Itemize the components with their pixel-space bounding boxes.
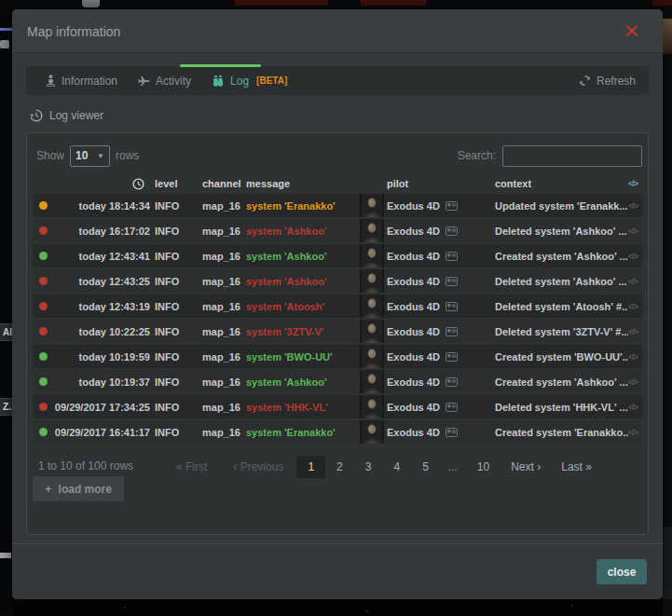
tab-information[interactable]: Information: [35, 66, 128, 95]
page-number[interactable]: 2: [325, 456, 354, 478]
page-previous[interactable]: ‹ Previous: [220, 456, 296, 478]
log-message: system 'Atoosh': [246, 301, 360, 312]
log-level: INFO: [150, 226, 202, 237]
page-number[interactable]: 10: [466, 456, 501, 478]
channel-column-header[interactable]: channel: [202, 178, 246, 189]
pilot-name: Exodus 4D: [387, 276, 440, 287]
table-row[interactable]: today 18:14:34 INFO map_16 system 'Erana…: [33, 194, 642, 217]
id-card-icon: [446, 201, 458, 211]
refresh-label: Refresh: [597, 75, 636, 88]
log-context: Deleted system '3ZTV-V' #...: [493, 326, 628, 337]
status-dot-icon: [39, 327, 48, 335]
table-row[interactable]: today 10:19:59 INFO map_16 system 'BWO-U…: [33, 345, 642, 368]
plane-icon: [138, 75, 150, 87]
page-size-value: 10: [75, 149, 88, 162]
status-dot-icon: [39, 277, 48, 285]
id-card-icon: [446, 226, 458, 236]
close-button[interactable]: close: [597, 559, 647, 584]
page-first[interactable]: « First: [163, 456, 220, 478]
refresh-button[interactable]: Refresh: [579, 75, 639, 88]
page-number[interactable]: 1: [296, 456, 325, 478]
page-last[interactable]: Last »: [551, 456, 602, 478]
code-icon[interactable]: </>: [628, 377, 641, 387]
code-icon[interactable]: </>: [628, 352, 641, 362]
log-context: Deleted system 'Ashkoo' ...: [493, 276, 628, 287]
code-icon[interactable]: </>: [628, 226, 641, 236]
search-input[interactable]: [502, 145, 642, 167]
time-column-header[interactable]: [53, 178, 150, 190]
log-context: Created system 'Ashkoo' ...: [493, 251, 628, 262]
pilot-name: Exodus 4D: [387, 251, 440, 262]
log-level: INFO: [150, 351, 202, 363]
tab-label: Information: [62, 75, 117, 88]
log-level: INFO: [150, 326, 202, 337]
clock-icon: [132, 178, 144, 190]
table-row[interactable]: today 12:43:25 INFO map_16 system 'Ashko…: [33, 269, 642, 293]
table-row[interactable]: today 12:43:19 INFO map_16 system 'Atoos…: [33, 294, 642, 318]
pilot-avatar: [360, 420, 384, 444]
code-column-icon: </>: [628, 179, 641, 188]
log-message: system 'Ashkoo': [246, 276, 360, 287]
active-tab-indicator: [180, 64, 261, 67]
table-row[interactable]: today 16:17:02 INFO map_16 system 'Ashko…: [33, 219, 642, 242]
pilot-column-header[interactable]: pilot: [384, 178, 493, 189]
code-icon[interactable]: </>: [628, 201, 641, 211]
plus-icon: +: [45, 482, 52, 496]
context-column-header[interactable]: context: [493, 178, 628, 189]
table-row[interactable]: today 12:43:41 INFO map_16 system 'Ashko…: [33, 244, 642, 267]
page-next[interactable]: Next ›: [501, 456, 551, 478]
history-icon: [30, 109, 43, 122]
pilot-avatar: [360, 269, 384, 293]
background-planet-image: [663, 19, 672, 54]
code-icon[interactable]: </>: [628, 403, 641, 412]
level-column-header[interactable]: level: [150, 178, 202, 189]
screen: Ali Z.. Map information: [0, 0, 672, 616]
log-time: today 16:17:02: [53, 226, 150, 237]
code-icon[interactable]: </>: [628, 428, 641, 437]
table-row[interactable]: 09/29/2017 16:41:17 INFO map_16 system '…: [33, 420, 642, 444]
code-icon[interactable]: </>: [628, 277, 641, 286]
table-row[interactable]: today 10:19:37 INFO map_16 system 'Ashko…: [33, 370, 642, 393]
page-number[interactable]: 5: [411, 456, 440, 478]
background-top-strip: [0, 0, 672, 8]
id-card-icon: [446, 277, 458, 286]
tab-log[interactable]: Log [BETA]: [201, 66, 297, 95]
page-number[interactable]: 3: [354, 456, 383, 478]
beta-badge: [BETA]: [256, 75, 287, 86]
log-level: INFO: [150, 301, 202, 312]
code-icon[interactable]: </>: [628, 302, 641, 311]
pilot-name: Exodus 4D: [387, 351, 440, 363]
log-context: Created system 'Ashkoo' ...: [493, 376, 628, 388]
tab-label: Log: [230, 75, 249, 88]
log-context: Deleted system 'Atoosh' #...: [493, 301, 628, 312]
page-size-select[interactable]: 10 ▼: [70, 145, 110, 167]
log-message: system 'Ashkoo': [246, 376, 360, 388]
binoculars-icon: [212, 75, 225, 87]
pilot-avatar: [360, 219, 384, 242]
tab-activity[interactable]: Activity: [128, 66, 201, 95]
page-number[interactable]: 4: [382, 456, 411, 478]
pilot-avatar: [360, 244, 384, 267]
table-body: today 18:14:34 INFO map_16 system 'Erana…: [33, 194, 642, 444]
table-row[interactable]: today 10:22:25 INFO map_16 system '3ZTV-…: [33, 320, 642, 343]
log-message: system 'Ashkoo': [246, 226, 360, 237]
status-dot-icon: [39, 428, 48, 436]
background-right-edge: [663, 8, 672, 616]
id-card-icon: [446, 428, 458, 437]
close-icon[interactable]: [625, 24, 638, 37]
log-time: today 12:43:19: [53, 301, 150, 312]
table-row[interactable]: 09/29/2017 17:34:25 INFO map_16 system '…: [33, 395, 642, 418]
background-marker: [82, 0, 100, 7]
log-time: 09/29/2017 16:41:17: [53, 427, 150, 438]
pilot-avatar: [360, 370, 384, 393]
code-icon[interactable]: </>: [628, 327, 641, 336]
modal-body: Information Activity: [12, 53, 663, 540]
modal-header: Map information: [12, 9, 663, 53]
background-bottom-strip: [12, 599, 663, 616]
load-more-button[interactable]: + load more: [33, 476, 124, 501]
log-context: Created system 'Eranakko...: [493, 427, 628, 438]
log-time: today 18:14:34: [53, 200, 150, 212]
code-icon[interactable]: </>: [628, 252, 641, 261]
message-column-header[interactable]: message: [246, 178, 360, 189]
pilot-avatar: [360, 395, 384, 418]
